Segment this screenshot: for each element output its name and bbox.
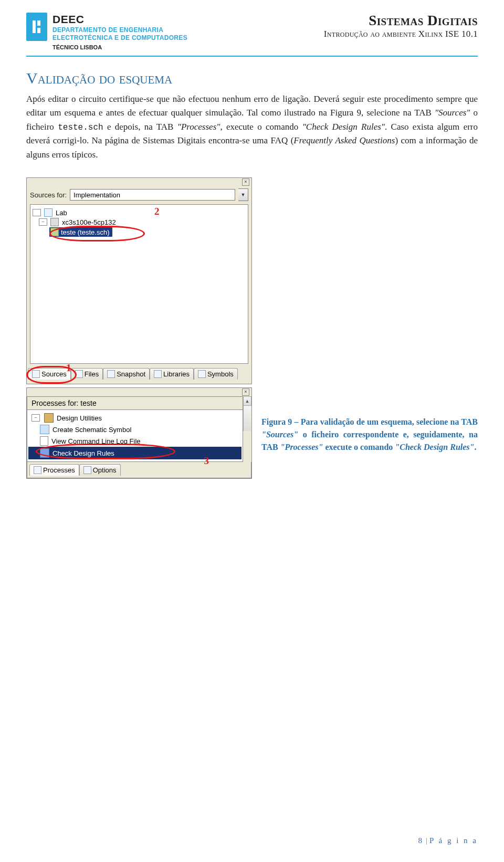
tab-snapshot-label: Snapshot [117,370,145,378]
dept-line2: ELECTROTÉCNICA E DE COMPUTADORES [52,34,187,42]
sources-tabs: Sources Files Snapshot Libraries [27,367,251,382]
caption-text: Figura 9 – Para validação de um esquema,… [261,417,478,426]
svg-rect-0 [33,20,36,33]
tab-options[interactable]: Options [79,464,121,476]
dept-abbr: DEEC [52,13,187,26]
para-code: teste.sch [58,123,103,132]
processes-title: Processes for: teste [27,396,243,410]
tab-libraries-icon [154,370,162,378]
tab-options-icon [83,466,91,474]
section-title: Validação do esquema [26,69,478,87]
para-text: e depois, na TAB [103,122,177,132]
tab-snapshot[interactable]: Snapshot [103,368,150,380]
expand-icon[interactable]: – [39,218,47,226]
sources-for-value: Implementation [74,191,120,199]
caption-text: "Processes" [280,443,323,451]
tab-libraries[interactable]: Libraries [150,368,194,380]
tab-libraries-label: Libraries [163,370,190,378]
processes-tree[interactable]: – Design Utilities Create Schematic Symb… [27,410,243,462]
sources-tree[interactable]: Lab – xc3s100e-5cp132 teste (teste.sch) [30,204,248,364]
proc-utilities-label: Design Utilities [57,414,102,422]
processes-pane: × Processes for: teste – Design Utilitie… [26,387,252,479]
file-icon [40,436,48,446]
footer-separator: | [426,836,427,845]
tab-symbols-label: Symbols [207,370,234,378]
collapse-icon[interactable] [33,209,41,216]
scroll-up-icon[interactable]: ▲ [243,396,251,406]
scroll-track[interactable] [243,406,251,431]
para-text: "Check Design Rules" [302,122,385,132]
page-number: 8 [418,836,424,845]
processes-tabs: Processes Options [27,462,251,478]
proc-row-create[interactable]: Create Schematic Symbol [28,424,242,435]
tree-row-root[interactable]: Lab [32,208,247,217]
scrollbar[interactable]: ▲ [243,396,251,462]
para-text: Após editar o circuito certifique-se que… [26,94,478,118]
department-block: DEEC DEPARTAMENTO DE ENGENHARIA ELECTROT… [52,13,187,51]
tree-root-label: Lab [56,209,67,217]
sources-for-dropdown[interactable]: Implementation [70,189,235,201]
tab-snapshot-icon [107,370,115,378]
tree-device-label: xc3s100e-5cp132 [62,218,116,226]
header-right: Sistemas Digitais Introdução ao ambiente… [324,13,478,39]
svg-rect-2 [37,28,40,33]
dept-foot: TÉCNICO LISBOA [52,44,187,51]
para-text: "Sources" [435,108,470,118]
project-icon [44,208,52,217]
sources-pane: × Sources for: Implementation ▼ Lab [26,177,252,384]
logo-block: DEEC DEPARTAMENTO DE ENGENHARIA ELECTROT… [26,13,187,51]
pane-titlebar: × [27,178,251,186]
ist-logo-icon [26,13,47,41]
tab-processes[interactable]: Processes [29,464,79,476]
callout-3: 3 [204,455,209,467]
caption-text: "Check Design Rules" [395,443,474,451]
callout-2: 2 [154,206,160,217]
tab-processes-label: Processes [43,466,75,474]
page-header: DEEC DEPARTAMENTO DE ENGENHARIA ELECTROT… [26,13,478,57]
sources-for-label: Sources for: [30,191,67,199]
figure-caption: Figura 9 – Para validação de um esquema,… [261,416,478,454]
close-icon[interactable]: × [242,388,249,396]
body-paragraph: Após editar o circuito certifique-se que… [26,92,478,162]
tab-processes-icon [34,466,41,474]
proc-create-label: Create Schematic Symbol [52,426,131,434]
callout-1: 1 [66,362,71,374]
para-text: , execute o comando [220,122,302,132]
page-label: P á g i n a [429,836,478,845]
tab-files-label: Files [85,370,99,378]
tab-options-label: Options [93,466,117,474]
annotation-oval-3 [36,444,175,459]
svg-rect-1 [37,20,40,26]
tab-sources[interactable]: Sources [28,368,71,380]
proc-row-utilities[interactable]: – Design Utilities [28,412,242,424]
figure-screenshot: × Sources for: Implementation ▼ Lab [26,177,252,479]
tree-row-device[interactable]: – xc3s100e-5cp132 [32,217,247,227]
chevron-down-icon[interactable]: ▼ [238,188,248,201]
page-footer: 8|P á g i n a [418,836,478,845]
pane-titlebar: × [27,388,251,396]
para-text: "Processes" [177,122,220,132]
refresh-icon [40,425,49,434]
annotation-oval-2 [49,226,145,241]
tab-symbols-icon [198,370,206,378]
tab-symbols[interactable]: Symbols [194,368,238,380]
expand-icon[interactable]: – [32,414,40,422]
para-text: Frequently Asked Questions [293,135,395,145]
sources-for-bar: Sources for: Implementation ▼ [27,186,251,203]
chip-icon [50,218,59,226]
tools-icon [44,413,54,423]
caption-text: . [474,443,476,451]
close-icon[interactable]: × [242,178,249,186]
document-title: Sistemas Digitais [324,13,478,29]
dept-line1: DEPARTAMENTO DE ENGENHARIA [52,26,187,34]
caption-text: "Sources" [261,430,298,439]
document-subtitle: Introdução ao ambiente Xilinx ISE 10.1 [324,29,478,39]
caption-text: execute o comando [323,443,395,451]
